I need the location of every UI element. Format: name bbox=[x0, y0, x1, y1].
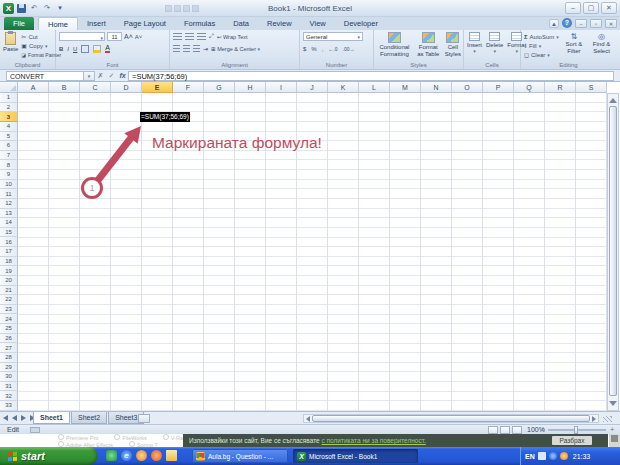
font-size-select[interactable]: 11 bbox=[107, 32, 122, 41]
column-header[interactable]: K bbox=[328, 82, 359, 93]
ribbon-tab[interactable]: Insert bbox=[78, 17, 115, 30]
indent-icon[interactable]: ⇥ bbox=[203, 45, 208, 52]
help-icon[interactable]: ? bbox=[562, 18, 572, 28]
align-left-icon[interactable] bbox=[173, 45, 180, 52]
ribbon-tab[interactable]: Review bbox=[258, 17, 301, 30]
quick-launch-icon-green[interactable] bbox=[106, 450, 117, 461]
taskbar-window-excel[interactable]: X Microsoft Excel - Book1 bbox=[293, 449, 418, 463]
folder-icon[interactable] bbox=[166, 450, 177, 461]
row-header[interactable]: 23 bbox=[0, 305, 18, 315]
wrap-text-button[interactable]: ↩ Wrap Text bbox=[217, 34, 248, 40]
row-header[interactable]: 24 bbox=[0, 314, 18, 324]
macro-record-icon[interactable] bbox=[30, 427, 40, 433]
row-header[interactable]: 1 bbox=[0, 93, 18, 103]
row-header[interactable]: 7 bbox=[0, 151, 18, 161]
insert-cells-button[interactable]: Insert▾ bbox=[467, 32, 482, 60]
ribbon-tab[interactable]: Formulas bbox=[175, 17, 224, 30]
row-header[interactable]: 31 bbox=[0, 382, 18, 392]
column-header[interactable]: Q bbox=[514, 82, 545, 93]
sheet-tab[interactable]: Sheet2 bbox=[71, 412, 107, 424]
minimize-button[interactable]: – bbox=[565, 2, 581, 14]
sheet-tab[interactable]: Sheet1 bbox=[33, 412, 70, 424]
row-header[interactable]: 20 bbox=[0, 276, 18, 286]
autosum-button[interactable]: ΣAutoSum▾ bbox=[524, 32, 559, 41]
shrink-font-icon[interactable]: A˅ bbox=[135, 34, 143, 40]
keyboard-layout-icon[interactable] bbox=[538, 452, 546, 460]
align-top-icon[interactable] bbox=[173, 33, 182, 40]
row-header[interactable]: 32 bbox=[0, 391, 18, 401]
start-button[interactable]: start bbox=[0, 447, 98, 465]
row-header[interactable]: 9 bbox=[0, 170, 18, 180]
page-break-view-icon[interactable] bbox=[512, 426, 522, 434]
clear-button[interactable]: ◻Clear▾ bbox=[524, 50, 559, 59]
row-header[interactable]: 5 bbox=[0, 132, 18, 142]
privacy-policy-link[interactable]: с политиката ни за поверителност. bbox=[322, 437, 426, 444]
conditional-formatting-button[interactable]: Conditional Formatting bbox=[377, 32, 412, 60]
fill-button[interactable]: ↓Fill▾ bbox=[524, 41, 559, 50]
next-sheet-icon[interactable] bbox=[21, 415, 26, 421]
vertical-scrollbar[interactable] bbox=[607, 93, 619, 411]
percent-icon[interactable]: % bbox=[311, 46, 316, 52]
workbook-close-button[interactable]: ✕ bbox=[605, 19, 617, 28]
insert-function-icon[interactable]: fx bbox=[117, 72, 128, 79]
column-header[interactable]: M bbox=[390, 82, 421, 93]
cookie-accept-button[interactable]: Разбрах bbox=[552, 436, 592, 445]
zoom-out-icon[interactable]: – bbox=[540, 426, 544, 433]
row-header[interactable]: 12 bbox=[0, 199, 18, 209]
row-header[interactable]: 13 bbox=[0, 209, 18, 219]
zoom-in-icon[interactable]: + bbox=[610, 426, 614, 433]
bold-button[interactable]: B bbox=[59, 46, 63, 52]
internet-explorer-icon[interactable]: e bbox=[121, 450, 132, 461]
sort-filter-button[interactable]: ⇅ Sort & Filter bbox=[563, 32, 585, 59]
ribbon-tab[interactable]: Developer bbox=[335, 17, 387, 30]
tray-icon-orange[interactable] bbox=[560, 452, 568, 460]
row-header[interactable]: 27 bbox=[0, 343, 18, 353]
name-box-dropdown-icon[interactable]: ▾ bbox=[84, 71, 95, 81]
paste-button[interactable]: Paste bbox=[3, 32, 18, 59]
workbook-restore-button[interactable]: ▫ bbox=[590, 19, 602, 28]
insert-worksheet-button[interactable] bbox=[138, 414, 150, 423]
sheet-nav-buttons[interactable] bbox=[3, 415, 35, 421]
workbook-minimize-button[interactable]: – bbox=[575, 19, 587, 28]
italic-button[interactable]: I bbox=[67, 46, 69, 52]
row-header[interactable]: 17 bbox=[0, 247, 18, 257]
format-as-table-button[interactable]: Format as Table bbox=[416, 32, 441, 60]
tab-split-handle[interactable] bbox=[603, 416, 612, 422]
page-scrollbar[interactable] bbox=[609, 434, 620, 447]
ribbon-tab[interactable]: Home bbox=[38, 17, 78, 30]
comma-icon[interactable]: , bbox=[322, 46, 324, 52]
row-header[interactable]: 33 bbox=[0, 401, 18, 411]
column-header[interactable]: R bbox=[545, 82, 576, 93]
ribbon-tab[interactable]: Data bbox=[224, 17, 258, 30]
row-header[interactable]: 28 bbox=[0, 353, 18, 363]
borders-icon[interactable] bbox=[81, 45, 89, 53]
row-header[interactable]: 6 bbox=[0, 141, 18, 151]
row-header[interactable]: 29 bbox=[0, 363, 18, 373]
row-header[interactable]: 2 bbox=[0, 103, 18, 113]
row-header[interactable]: 3 bbox=[0, 112, 18, 122]
scroll-up-icon[interactable] bbox=[609, 98, 617, 103]
row-header[interactable]: 21 bbox=[0, 286, 18, 296]
zoom-slider[interactable]: – + bbox=[548, 429, 606, 431]
row-header[interactable]: 30 bbox=[0, 372, 18, 382]
tray-icon-blue[interactable] bbox=[549, 452, 557, 460]
firefox-icon[interactable] bbox=[151, 450, 162, 461]
delete-cells-button[interactable]: Delete▾ bbox=[486, 32, 503, 60]
row-header[interactable]: 11 bbox=[0, 189, 18, 199]
row-header[interactable]: 19 bbox=[0, 266, 18, 276]
language-indicator[interactable]: EN bbox=[525, 453, 535, 460]
scroll-right-icon[interactable] bbox=[592, 416, 596, 422]
fill-color-icon[interactable] bbox=[93, 45, 101, 53]
page-layout-view-icon[interactable] bbox=[500, 426, 510, 434]
font-color-icon[interactable]: A bbox=[105, 44, 110, 53]
scroll-left-icon[interactable] bbox=[306, 416, 310, 422]
row-header[interactable]: 18 bbox=[0, 257, 18, 267]
row-header[interactable]: 14 bbox=[0, 218, 18, 228]
row-header[interactable]: 8 bbox=[0, 160, 18, 170]
formula-input[interactable]: =SUM(37;56;69) bbox=[128, 71, 614, 81]
row-header[interactable]: 10 bbox=[0, 180, 18, 190]
underline-button[interactable]: U bbox=[73, 46, 77, 52]
zoom-slider-thumb[interactable] bbox=[574, 426, 578, 434]
taskbar-window-aula[interactable]: Aula.bg - Question - ... bbox=[192, 449, 288, 463]
grow-font-icon[interactable]: A˄ bbox=[124, 33, 133, 40]
